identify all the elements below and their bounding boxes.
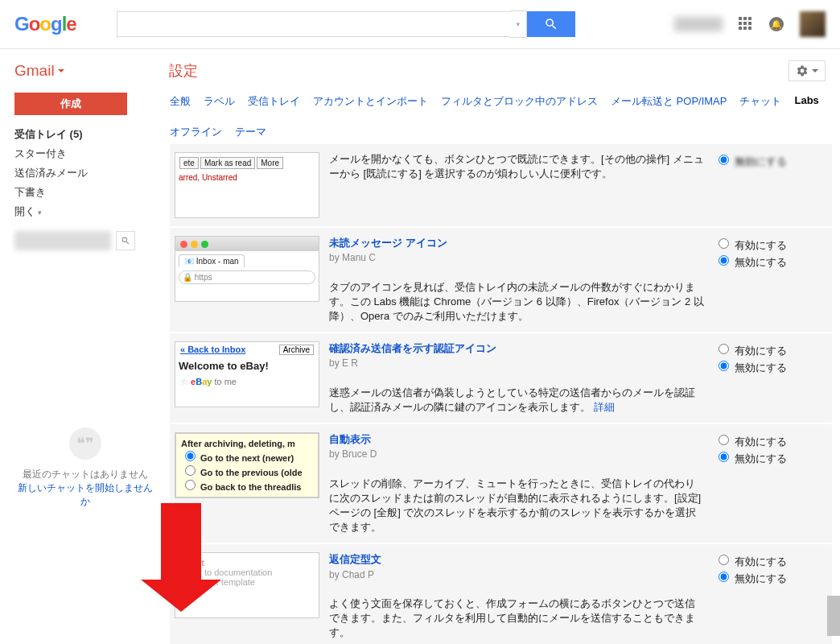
search-icon	[544, 17, 558, 31]
lab-description: メールを開かなくても、ボタンひとつで既読にできます。[その他の操作] メニューか…	[329, 152, 705, 181]
lab-author: by Chad P	[329, 569, 374, 580]
lab-row: eteMark as readMorearred, Unstarred メールを…	[170, 144, 832, 228]
tab-チャット[interactable]: チャット	[739, 93, 781, 110]
compose-button[interactable]: 作成	[14, 93, 127, 115]
search-bar: ▼	[117, 10, 575, 38]
lab-author: by E R	[329, 357, 358, 369]
gmail-product-label[interactable]: Gmail	[14, 62, 64, 80]
lab-detail-link[interactable]: 詳細	[594, 401, 615, 413]
lab-disable-option[interactable]: 無効にする	[714, 152, 827, 169]
lab-enable-option[interactable]: 有効にする	[714, 341, 827, 358]
lab-title: 確認済み送信者を示す認証アイコン	[329, 342, 496, 354]
tab-フィルタとブロック中のアドレス[interactable]: フィルタとブロック中のアドレス	[441, 93, 598, 110]
hangouts-start-link[interactable]: 新しいチャットを開始しませんか	[18, 482, 153, 507]
lab-disable-option[interactable]: 無効にする	[714, 358, 827, 375]
avatar[interactable]	[800, 11, 826, 37]
google-logo[interactable]: Google	[14, 13, 76, 35]
sidebar-user-blur	[14, 231, 111, 250]
lab-thumbnail: After archiving, deleting, m Go to the n…	[175, 432, 319, 498]
sidebar-item[interactable]: 下書き	[14, 183, 155, 202]
lab-author: by Manu C	[329, 252, 376, 263]
lab-text: 迷惑メールの送信者が偽装しようとしている特定の送信者からのメールを認証し、認証済…	[329, 386, 695, 413]
search-icon	[121, 236, 130, 246]
lab-enable-option[interactable]: 有効にする	[714, 236, 827, 253]
lab-text: よく使う文面を保存しておくと、作成フォームの横にあるボタンひとつで送信できます。…	[329, 597, 695, 638]
lab-options: 有効にする 無効にする	[714, 552, 827, 586]
search-input[interactable]	[117, 11, 510, 37]
sidebar-item[interactable]: スター付き	[14, 144, 155, 163]
lab-disable-option[interactable]: 無効にする	[714, 253, 827, 270]
tab-アカウントとインポート[interactable]: アカウントとインポート	[313, 93, 428, 110]
scrollbar-thumb[interactable]	[827, 596, 840, 636]
lab-description: 返信定型文 by Chad P よく使う文面を保存しておくと、作成フォームの横に…	[329, 552, 705, 640]
lab-description: 自動表示 by Bruce D スレッドの削除、アーカイブ、ミュートを行ったとき…	[329, 432, 705, 535]
sidebar-item[interactable]: 送信済みメール	[14, 163, 155, 183]
settings-tabs: 全般ラベル受信トレイアカウントとインポートフィルタとブロック中のアドレスメール転…	[170, 93, 832, 141]
lab-options: 有効にする 無効にする	[714, 432, 827, 466]
lab-disable-option[interactable]: 無効にする	[714, 569, 827, 586]
sidebar-item[interactable]: 開く	[14, 202, 155, 221]
top-header: Google ▼ 🔔	[0, 0, 840, 49]
settings-gear-button[interactable]	[789, 60, 826, 81]
lab-title: 自動表示	[329, 433, 371, 445]
lab-text: メールを開かなくても、ボタンひとつで既読にできます。[その他の操作] メニューか…	[329, 153, 704, 180]
lab-row: InsertRefer to documentationS ort templa…	[170, 544, 832, 644]
lab-row: 📧 Inbox - man🔒 https 未読メッセージ アイコン by Man…	[170, 228, 832, 333]
lab-thumbnail: 📧 Inbox - man🔒 https	[175, 236, 319, 302]
main-content: 全般ラベル受信トレイアカウントとインポートフィルタとブロック中のアドレスメール転…	[170, 93, 840, 644]
tab-テーマ[interactable]: テーマ	[235, 123, 266, 141]
subheader: Gmail 設定	[0, 49, 840, 93]
tab-ラベル[interactable]: ラベル	[204, 93, 235, 110]
sidebar-search-button[interactable]	[116, 231, 135, 250]
lab-enable-option[interactable]: 有効にする	[714, 432, 827, 449]
lab-description: 未読メッセージ アイコン by Manu C タブのアイコンを見れば、受信トレイ…	[329, 236, 705, 324]
lab-thumbnail: InsertRefer to documentationS ort templa…	[175, 552, 319, 618]
lab-row: After archiving, deleting, m Go to the n…	[170, 424, 832, 544]
sidebar-item[interactable]: 受信トレイ (5)	[14, 125, 155, 144]
lab-thumbnail: « Back to InboxArchiveWelcome to eBay!☆ …	[175, 341, 319, 407]
labs-list: eteMark as readMorearred, Unstarred メールを…	[170, 144, 832, 644]
gear-icon	[796, 64, 809, 77]
lab-text: タブのアイコンを見れば、受信トレイ内の未読メールの件数がすぐにわかります。この …	[329, 281, 704, 322]
lab-options: 無効にする	[714, 152, 827, 169]
tab-Labs[interactable]: Labs	[794, 93, 818, 110]
apps-icon[interactable]	[739, 17, 753, 31]
lab-row: « Back to InboxArchiveWelcome to eBay!☆ …	[170, 333, 832, 424]
tab-メール転送と POP/IMAP[interactable]: メール転送と POP/IMAP	[611, 93, 727, 110]
lab-author: by Bruce D	[329, 448, 377, 460]
sidebar: 作成 受信トレイ (5)スター付き送信済みメール下書き開く ❝❞ 最近のチャット…	[0, 93, 170, 644]
sidebar-user-row	[14, 231, 155, 250]
account-name-blur	[674, 17, 723, 31]
lab-enable-option[interactable]: 有効にする	[714, 552, 827, 569]
lab-options: 有効にする 無効にする	[714, 341, 827, 375]
hangouts-empty-text: 最近のチャットはありません	[14, 468, 155, 481]
lab-thumbnail: eteMark as readMorearred, Unstarred	[175, 152, 319, 218]
search-button[interactable]	[527, 11, 575, 37]
search-dropdown[interactable]: ▼	[510, 10, 527, 38]
page-title: 設定	[169, 61, 198, 80]
header-right: 🔔	[674, 11, 826, 37]
hangouts-panel: ❝❞ 最近のチャットはありません 新しいチャットを開始しませんか	[14, 427, 155, 509]
tab-オフライン[interactable]: オフライン	[170, 123, 222, 141]
lab-options: 有効にする 無効にする	[714, 236, 827, 270]
tab-受信トレイ[interactable]: 受信トレイ	[248, 93, 300, 110]
notifications-icon[interactable]: 🔔	[769, 17, 784, 31]
lab-disable-option[interactable]: 無効にする	[714, 449, 827, 466]
lab-title: 返信定型文	[329, 553, 381, 565]
lab-title: 未読メッセージ アイコン	[329, 237, 447, 249]
hangouts-icon: ❝❞	[69, 427, 101, 460]
tab-全般[interactable]: 全般	[170, 93, 191, 110]
lab-description: 確認済み送信者を示す認証アイコン by E R 迷惑メールの送信者が偽装しようと…	[329, 341, 705, 415]
lab-text: スレッドの削除、アーカイブ、ミュートを行ったときに、受信トレイの代わりに次のスレ…	[329, 477, 701, 534]
